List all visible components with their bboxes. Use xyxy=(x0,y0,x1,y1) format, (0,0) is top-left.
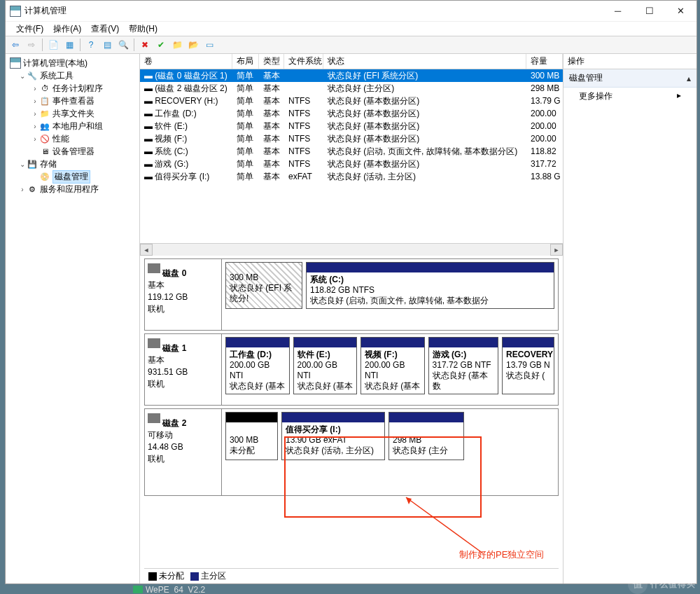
view-icon[interactable]: ▭ xyxy=(202,38,216,52)
tree-root[interactable]: 计算机管理(本地) xyxy=(7,57,138,69)
grid-icon[interactable]: ▦ xyxy=(62,38,76,52)
partition-i[interactable]: 值得买分享 (I:)13.90 GB exFAT状态良好 (活动, 主分区) xyxy=(281,412,385,460)
disk-2-info: 磁盘 2 可移动 14.48 GB 联机 xyxy=(145,409,222,495)
tree-performance[interactable]: ›🚫性能 xyxy=(7,132,138,145)
col-volume[interactable]: 卷 xyxy=(140,54,232,69)
disk-2-row[interactable]: 磁盘 2 可移动 14.48 GB 联机 300 MB未分配 值得买分享 (I:… xyxy=(144,408,559,496)
partition-g[interactable]: 游戏 (G:)317.72 GB NTF状态良好 (基本数 xyxy=(428,337,498,394)
tree-event-viewer[interactable]: ›📋事件查看器 xyxy=(7,95,138,107)
forward-button[interactable]: ⇨ xyxy=(24,38,38,52)
disk-icon xyxy=(148,263,160,273)
volume-row[interactable]: ▬ 系统 (C:)简单基本NTFS状态良好 (启动, 页面文件, 故障转储, 基… xyxy=(140,145,563,158)
col-status[interactable]: 状态 xyxy=(323,54,526,69)
disk-1-row[interactable]: 磁盘 1 基本 931.51 GB 联机 工作盘 (D:)200.00 GB N… xyxy=(144,333,559,406)
actions-panel: 操作 磁盘管理▴ 更多操作▸ xyxy=(564,54,696,583)
volume-row[interactable]: ▬ RECOVERY (H:)简单基本NTFS状态良好 (基本数据分区)13.7… xyxy=(140,95,563,107)
partition-disk2-p2[interactable]: 298 MB状态良好 (主分 xyxy=(388,412,464,460)
menu-file[interactable]: 文件(F) xyxy=(13,23,47,35)
maximize-button[interactable]: ☐ xyxy=(634,1,665,21)
actions-category[interactable]: 磁盘管理▴ xyxy=(564,69,696,88)
search-icon[interactable]: 🔍 xyxy=(116,38,130,52)
scroll-right[interactable]: ► xyxy=(550,244,563,256)
disk-0-info: 磁盘 0 基本 119.12 GB 联机 xyxy=(145,259,222,330)
tree-device-manager[interactable]: 🖥设备管理器 xyxy=(7,145,138,158)
titlebar[interactable]: 计算机管理 ─ ☐ ✕ xyxy=(6,1,696,22)
delete-icon[interactable]: ✖ xyxy=(138,38,152,52)
watermark: 值什么值得买 xyxy=(628,574,696,594)
partition-f[interactable]: 视频 (F:)200.00 GB NTI状态良好 (基本 xyxy=(360,337,425,394)
tree-storage[interactable]: ⌄💾存储 xyxy=(7,158,138,170)
col-type[interactable]: 类型 xyxy=(259,54,284,69)
disk-1-info: 磁盘 1 基本 931.51 GB 联机 xyxy=(145,334,222,405)
menu-view[interactable]: 查看(V) xyxy=(88,23,122,35)
volume-row[interactable]: ▬ (磁盘 0 磁盘分区 1)简单基本状态良好 (EFI 系统分区)300 MB xyxy=(140,69,563,82)
tree-task-scheduler[interactable]: ›⏱任务计划程序 xyxy=(7,82,138,95)
tree-shared-folders[interactable]: ›📁共享文件夹 xyxy=(7,107,138,120)
menu-action[interactable]: 操作(A) xyxy=(50,23,85,35)
volume-headers[interactable]: 卷 布局 类型 文件系统 状态 容量 xyxy=(140,54,563,69)
tree-local-users[interactable]: ›👥本地用户和组 xyxy=(7,120,138,132)
disk-layout-panel: 磁盘 0 基本 119.12 GB 联机 300 MB 状态良好 (EFI 系统… xyxy=(140,256,563,583)
volume-row[interactable]: ▬ 游戏 (G:)简单基本NTFS状态良好 (基本数据分区)317.72 xyxy=(140,158,563,170)
disk-icon xyxy=(148,413,160,423)
col-capacity[interactable]: 容量 xyxy=(526,54,563,69)
partition-d[interactable]: 工作盘 (D:)200.00 GB NTI状态良好 (基本 xyxy=(225,337,290,394)
menubar: 文件(F) 操作(A) 查看(V) 帮助(H) xyxy=(6,22,696,36)
partition-recovery[interactable]: RECOVERY13.79 GB N状态良好 ( xyxy=(502,337,554,394)
up-icon[interactable]: 📄 xyxy=(46,38,60,52)
help-icon[interactable]: ? xyxy=(84,38,98,52)
check-icon[interactable]: ✔ xyxy=(154,38,168,52)
folder-up-icon[interactable]: 📂 xyxy=(186,38,200,52)
folder-icon[interactable]: 📁 xyxy=(170,38,184,52)
col-layout[interactable]: 布局 xyxy=(232,54,259,69)
taskbar-item[interactable]: WePE_64_V2.2 xyxy=(133,585,205,594)
tree-services-apps[interactable]: ›⚙服务和应用程序 xyxy=(7,183,138,195)
legend: 未分配 主分区 xyxy=(144,568,559,583)
volume-row[interactable]: ▬ 工作盘 (D:)简单基本NTFS状态良好 (基本数据分区)200.00 xyxy=(140,107,563,120)
volume-list[interactable]: 卷 布局 类型 文件系统 状态 容量 ▬ (磁盘 0 磁盘分区 1)简单基本状态… xyxy=(140,54,563,256)
list-icon[interactable]: ▤ xyxy=(100,38,114,52)
col-filesystem[interactable]: 文件系统 xyxy=(284,54,323,69)
disk-0-row[interactable]: 磁盘 0 基本 119.12 GB 联机 300 MB 状态良好 (EFI 系统… xyxy=(144,258,559,331)
volume-row[interactable]: ▬ 视频 (F:)简单基本NTFS状态良好 (基本数据分区)200.00 xyxy=(140,132,563,145)
toolbar: ⇦ ⇨ 📄 ▦ ? ▤ 🔍 ✖ ✔ 📁 📂 ▭ xyxy=(6,36,696,54)
horizontal-scrollbar[interactable]: ◄ ► xyxy=(140,243,563,256)
menu-help[interactable]: 帮助(H) xyxy=(125,23,161,35)
partition-unallocated[interactable]: 300 MB未分配 xyxy=(225,412,278,460)
app-icon xyxy=(10,6,21,17)
scroll-left[interactable]: ◄ xyxy=(140,244,153,256)
minimize-button[interactable]: ─ xyxy=(602,1,634,21)
partition-c[interactable]: 系统 (C:) 118.82 GB NTFS 状态良好 (启动, 页面文件, 故… xyxy=(306,262,554,309)
disk-icon xyxy=(148,338,160,348)
actions-more[interactable]: 更多操作▸ xyxy=(564,88,696,105)
partition-e[interactable]: 软件 (E:)200.00 GB NTI状态良好 (基本 xyxy=(293,337,358,394)
partition-efi[interactable]: 300 MB 状态良好 (EFI 系统分! xyxy=(225,262,302,309)
navigation-tree[interactable]: 计算机管理(本地) ⌄🔧系统工具 ›⏱任务计划程序 ›📋事件查看器 ›📁共享文件… xyxy=(6,54,140,583)
window-title: 计算机管理 xyxy=(24,5,602,17)
annotation-text: 制作好的PE独立空间 xyxy=(459,548,544,561)
tree-systools[interactable]: ⌄🔧系统工具 xyxy=(7,69,138,82)
volume-row[interactable]: ▬ (磁盘 2 磁盘分区 2)简单基本状态良好 (主分区)298 MB xyxy=(140,82,563,95)
computer-management-window: 计算机管理 ─ ☐ ✕ 文件(F) 操作(A) 查看(V) 帮助(H) ⇦ ⇨ … xyxy=(5,0,697,584)
volume-row[interactable]: ▬ 软件 (E:)简单基本NTFS状态良好 (基本数据分区)200.00 xyxy=(140,120,563,132)
volume-row[interactable]: ▬ 值得买分享 (I:)简单基本exFAT状态良好 (活动, 主分区)13.88… xyxy=(140,170,563,183)
tree-disk-management[interactable]: 📀磁盘管理 xyxy=(7,170,138,183)
back-button[interactable]: ⇦ xyxy=(8,38,22,52)
main-panel: 卷 布局 类型 文件系统 状态 容量 ▬ (磁盘 0 磁盘分区 1)简单基本状态… xyxy=(140,54,564,583)
actions-header: 操作 xyxy=(564,54,696,69)
close-button[interactable]: ✕ xyxy=(665,1,696,21)
